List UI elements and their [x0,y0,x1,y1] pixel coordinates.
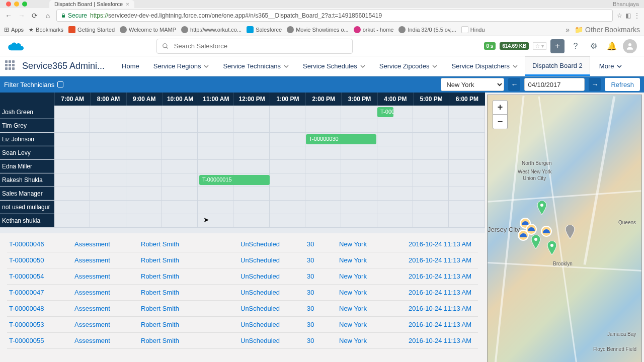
job-region[interactable]: New York [339,321,409,328]
map[interactable]: + − North BergenWest New YorkUnion CityJ… [487,95,642,362]
app-launcher-icon[interactable] [5,60,17,72]
job-status[interactable]: UnScheduled [240,305,307,312]
rating-widget[interactable]: ☆ ▾ [533,42,546,50]
job-region[interactable]: New York [339,273,409,280]
url-input[interactable]: Secure https:// servicedev-dev-ed.lightn… [56,10,613,22]
job-date[interactable]: 2016-10-24 11:13 AM [409,321,476,328]
job-customer[interactable]: Robert Smith [141,289,240,296]
job-duration[interactable]: 30 [307,321,339,328]
prev-date-button[interactable]: ← [508,78,520,91]
job-row[interactable]: T-00000054 Assessment Robert Smith UnSch… [7,268,478,285]
window-min-icon[interactable] [14,2,19,7]
schedule-slots[interactable] [54,119,485,132]
bookmark-item[interactable]: http://www.orkut.co... [181,26,242,33]
schedule-slots[interactable]: T-0000 [54,106,485,119]
date-input[interactable] [524,78,585,91]
schedule-slots[interactable] [54,146,485,159]
job-status[interactable]: UnScheduled [240,321,307,328]
window-close-icon[interactable] [6,2,11,7]
job-list[interactable]: T-00000046 Assessment Robert Smith UnSch… [0,233,485,362]
refresh-button[interactable]: Refresh [605,78,640,91]
schedule-slots[interactable] [54,201,485,214]
forward-icon[interactable]: → [17,11,26,20]
bookmark-item[interactable]: India 32/0 (5.5 ov,... [398,26,456,33]
back-icon[interactable]: ← [4,11,13,20]
job-customer[interactable]: Robert Smith [141,256,240,264]
reload-icon[interactable]: ⟳ [30,11,39,20]
job-duration[interactable]: 30 [307,273,339,280]
map-pin-icon[interactable] [531,235,541,249]
job-type[interactable]: Assessment [74,273,141,280]
schedule-slots[interactable]: T-00000015 [54,173,485,187]
bookmark-item[interactable]: ★Bookmarks [29,27,63,33]
job-customer[interactable]: Robert Smith [141,337,240,344]
job-status[interactable]: UnScheduled [240,273,307,280]
job-region[interactable]: New York [339,256,409,264]
job-status[interactable]: UnScheduled [240,289,307,296]
tech-marker-icon[interactable] [541,226,552,237]
region-select[interactable]: New York [441,78,504,91]
gear-icon[interactable]: ⚙ [587,39,601,53]
job-region[interactable]: New York [339,337,409,344]
job-customer[interactable]: Robert Smith [141,273,240,280]
nav-tab[interactable]: Service Schedules [296,56,372,76]
job-customer[interactable]: Robert Smith [141,240,240,248]
help-icon[interactable]: ? [569,39,583,53]
job-date[interactable]: 2016-10-24 11:13 AM [409,256,476,264]
ext-icon[interactable]: ◧ [625,12,631,19]
job-row[interactable]: T-00000055 Assessment Robert Smith UnSch… [7,333,478,349]
job-id[interactable]: T-00000054 [9,273,74,280]
tech-marker-icon[interactable] [518,230,529,241]
search-input[interactable]: Search Salesforce [156,39,353,54]
next-date-button[interactable]: → [589,78,601,91]
job-type[interactable]: Assessment [74,240,141,248]
ticket-block[interactable]: T-0000 [377,107,393,117]
bell-icon[interactable]: 🔔 [605,39,619,53]
job-id[interactable]: T-00000047 [9,289,74,296]
job-id[interactable]: T-00000055 [9,337,74,344]
schedule-slots[interactable] [54,214,485,227]
schedule-slots[interactable] [54,187,485,200]
salesforce-logo-icon[interactable] [7,40,25,52]
job-status[interactable]: UnScheduled [240,256,307,264]
job-duration[interactable]: 30 [307,256,339,264]
bookmark-item[interactable]: orkut - home [354,26,394,33]
close-icon[interactable]: × [126,1,129,7]
schedule-slots[interactable] [54,160,485,173]
schedule-slots[interactable]: T-00000030 [54,133,485,146]
filter-checkbox[interactable] [57,81,63,87]
nav-more[interactable]: More [592,62,629,70]
job-type[interactable]: Assessment [74,305,141,312]
nav-tab[interactable]: Service Regions [146,56,216,76]
map-pin-icon[interactable] [565,225,575,239]
job-region[interactable]: New York [339,240,409,248]
bookmark-item[interactable]: Hindu [461,26,485,33]
job-type[interactable]: Assessment [74,321,141,328]
schedule-grid[interactable]: 7:00 AM8:00 AM9:00 AM10:00 AM11:00 AM12:… [0,93,485,233]
job-row[interactable]: T-00000048 Assessment Robert Smith UnSch… [7,301,478,317]
window-max-icon[interactable] [22,2,27,7]
map-pin-icon[interactable] [547,241,557,255]
nav-tab[interactable]: Service Zipcodes [372,56,445,76]
job-row[interactable]: T-00000046 Assessment Robert Smith UnSch… [7,236,478,252]
apps-grid-icon[interactable]: ⊞Apps [4,26,24,33]
bookmark-item[interactable]: Getting Started [68,26,115,33]
job-id[interactable]: T-00000050 [9,256,74,264]
job-row[interactable]: T-00000053 Assessment Robert Smith UnSch… [7,317,478,333]
job-row[interactable]: T-00000050 Assessment Robert Smith UnSch… [7,252,478,268]
avatar[interactable] [623,39,637,53]
menu-icon[interactable]: ⋮ [634,12,640,19]
browser-tab[interactable]: Dispatch Board | Salesforce × [49,0,134,8]
other-bookmarks[interactable]: 📁Other Bookmarks [575,26,640,34]
job-duration[interactable]: 30 [307,305,339,312]
job-type[interactable]: Assessment [74,289,141,296]
bookmark-item[interactable]: Movie Showtimes o... [287,26,349,33]
overflow-icon[interactable]: » [566,26,570,34]
job-region[interactable]: New York [339,305,409,312]
job-duration[interactable]: 30 [307,289,339,296]
nav-tab[interactable]: Dispatch Board 2 [525,56,590,76]
nav-tab[interactable]: Service Technicians [216,56,296,76]
job-customer[interactable]: Robert Smith [141,305,240,312]
job-id[interactable]: T-00000048 [9,305,74,312]
job-date[interactable]: 2016-10-24 11:13 AM [409,273,476,280]
